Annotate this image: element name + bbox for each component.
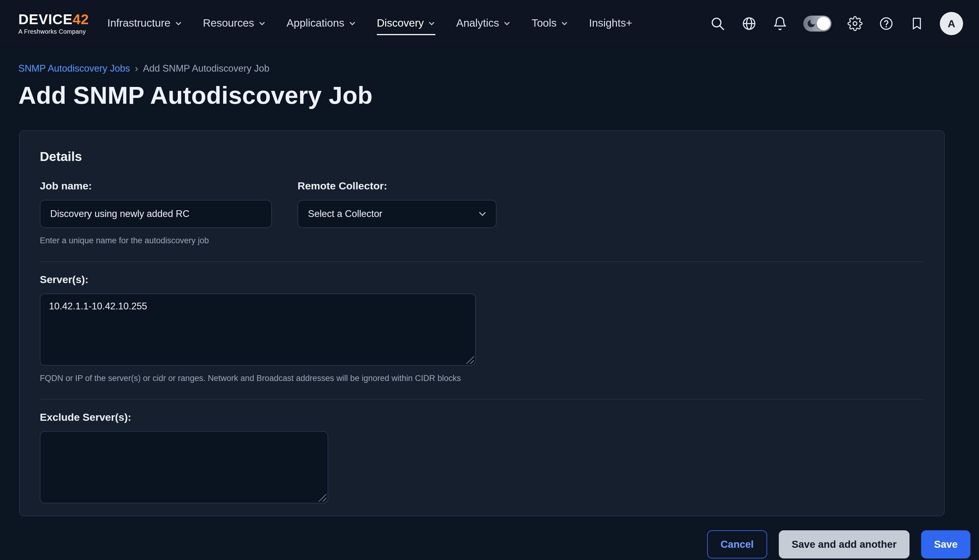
nav-item-label: Tools bbox=[532, 17, 557, 29]
top-navigation-bar: DEVICE42 A Freshworks Company Infrastruc… bbox=[0, 0, 979, 47]
exclude-servers-label: Exclude Server(s): bbox=[40, 411, 924, 423]
nav-item-insights[interactable]: Insights+ bbox=[589, 17, 632, 35]
breadcrumb-current: Add SNMP Autodiscovery Job bbox=[143, 63, 269, 74]
page-title: Add SNMP Autodiscovery Job bbox=[18, 82, 961, 110]
job-name-input[interactable] bbox=[40, 200, 272, 228]
nav-item-resources[interactable]: Resources bbox=[203, 17, 266, 35]
chevron-down-icon bbox=[349, 20, 356, 27]
breadcrumb-separator: › bbox=[135, 63, 138, 74]
exclude-servers-field: Exclude Server(s): bbox=[40, 411, 924, 503]
job-name-help: Enter a unique name for the autodiscover… bbox=[40, 236, 272, 245]
nav-item-label: Infrastructure bbox=[107, 17, 170, 29]
brand-name-accent: 42 bbox=[73, 11, 89, 27]
bookmark-icon[interactable] bbox=[910, 17, 924, 31]
nav-item-applications[interactable]: Applications bbox=[287, 17, 356, 35]
brand-logo[interactable]: DEVICE42 A Freshworks Company bbox=[18, 12, 89, 35]
search-icon[interactable] bbox=[710, 16, 725, 32]
job-name-row: Job name: Enter a unique name for the au… bbox=[40, 180, 924, 245]
chevron-down-icon bbox=[561, 20, 568, 27]
save-button[interactable]: Save bbox=[921, 530, 971, 558]
remote-collector-selected-value: Select a Collector bbox=[308, 208, 382, 219]
chevron-down-icon bbox=[259, 20, 266, 27]
remote-collector-field: Remote Collector: Select a Collector bbox=[298, 180, 497, 245]
nav-item-tools[interactable]: Tools bbox=[532, 17, 568, 35]
servers-textarea-wrap: 10.42.1.1-10.42.10.255 bbox=[40, 293, 476, 366]
nav-item-label: Discovery bbox=[377, 17, 424, 29]
servers-help: FQDN or IP of the server(s) or cidr or r… bbox=[40, 373, 924, 383]
app-root: DEVICE42 A Freshworks Company Infrastruc… bbox=[0, 0, 979, 560]
divider bbox=[40, 261, 924, 262]
main-nav: Infrastructure Resources Applications Di… bbox=[107, 0, 632, 47]
job-name-field: Job name: Enter a unique name for the au… bbox=[40, 180, 272, 245]
exclude-servers-textarea[interactable] bbox=[40, 431, 328, 503]
brand-tagline: A Freshworks Company bbox=[18, 28, 89, 35]
remote-collector-select[interactable]: Select a Collector bbox=[298, 200, 497, 228]
cancel-button[interactable]: Cancel bbox=[707, 530, 767, 558]
nav-item-label: Insights+ bbox=[589, 17, 632, 29]
chevron-down-icon bbox=[175, 20, 182, 27]
servers-textarea[interactable]: 10.42.1.1-10.42.10.255 bbox=[40, 293, 476, 366]
chevron-down-icon bbox=[503, 20, 510, 27]
nav-item-infrastructure[interactable]: Infrastructure bbox=[107, 17, 182, 35]
divider bbox=[40, 399, 924, 400]
chevron-down-icon bbox=[428, 20, 435, 27]
exclude-servers-textarea-wrap bbox=[40, 431, 328, 503]
theme-toggle[interactable] bbox=[803, 16, 831, 32]
nav-item-analytics[interactable]: Analytics bbox=[456, 17, 510, 35]
nav-item-discovery[interactable]: Discovery bbox=[377, 17, 435, 35]
header-actions: A bbox=[710, 12, 963, 35]
details-card: Details Job name: Enter a unique name fo… bbox=[19, 130, 945, 516]
job-name-label: Job name: bbox=[40, 180, 272, 192]
brand-name: DEVICE bbox=[18, 11, 73, 27]
details-heading: Details bbox=[40, 149, 924, 164]
gear-icon[interactable] bbox=[847, 16, 863, 31]
save-and-add-another-button[interactable]: Save and add another bbox=[779, 530, 909, 558]
brand-wordmark: DEVICE42 bbox=[18, 12, 89, 26]
servers-label: Server(s): bbox=[40, 273, 924, 285]
breadcrumb-link-snmp-jobs[interactable]: SNMP Autodiscovery Jobs bbox=[18, 63, 130, 74]
avatar[interactable]: A bbox=[940, 12, 963, 35]
moon-icon bbox=[806, 19, 816, 28]
nav-item-label: Applications bbox=[287, 17, 344, 29]
chevron-down-icon bbox=[477, 209, 487, 219]
nav-item-label: Analytics bbox=[456, 17, 499, 29]
help-icon[interactable] bbox=[879, 16, 894, 31]
toggle-knob bbox=[817, 17, 830, 30]
action-bar: Cancel Save and add another Save bbox=[0, 516, 979, 558]
bell-icon[interactable] bbox=[773, 16, 787, 31]
servers-field: Server(s): 10.42.1.1-10.42.10.255 FQDN o… bbox=[40, 273, 924, 383]
remote-collector-label: Remote Collector: bbox=[298, 180, 497, 192]
breadcrumb: SNMP Autodiscovery Jobs › Add SNMP Autod… bbox=[18, 63, 961, 74]
nav-item-label: Resources bbox=[203, 17, 254, 29]
globe-icon[interactable] bbox=[741, 16, 757, 31]
